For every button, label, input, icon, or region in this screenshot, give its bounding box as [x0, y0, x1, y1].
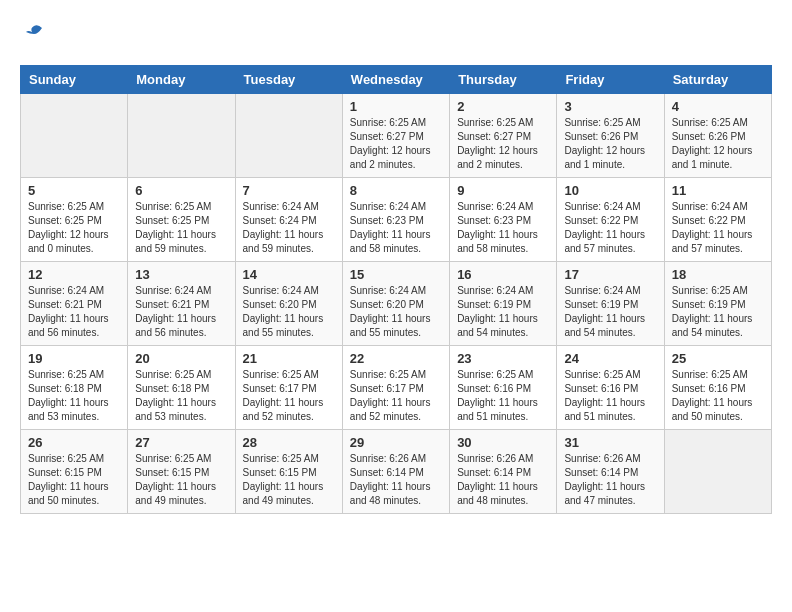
- day-number: 9: [457, 183, 549, 198]
- day-info: Sunrise: 6:25 AMSunset: 6:16 PMDaylight:…: [672, 368, 764, 424]
- calendar-cell: 13Sunrise: 6:24 AMSunset: 6:21 PMDayligh…: [128, 262, 235, 346]
- day-header-wednesday: Wednesday: [342, 66, 449, 94]
- day-number: 13: [135, 267, 227, 282]
- calendar-cell: 19Sunrise: 6:25 AMSunset: 6:18 PMDayligh…: [21, 346, 128, 430]
- day-number: 7: [243, 183, 335, 198]
- day-number: 11: [672, 183, 764, 198]
- day-info: Sunrise: 6:25 AMSunset: 6:25 PMDaylight:…: [28, 200, 120, 256]
- day-info: Sunrise: 6:24 AMSunset: 6:20 PMDaylight:…: [350, 284, 442, 340]
- day-info: Sunrise: 6:24 AMSunset: 6:19 PMDaylight:…: [457, 284, 549, 340]
- day-header-saturday: Saturday: [664, 66, 771, 94]
- day-number: 19: [28, 351, 120, 366]
- calendar-cell: 26Sunrise: 6:25 AMSunset: 6:15 PMDayligh…: [21, 430, 128, 514]
- calendar-cell: 15Sunrise: 6:24 AMSunset: 6:20 PMDayligh…: [342, 262, 449, 346]
- calendar-cell: 1Sunrise: 6:25 AMSunset: 6:27 PMDaylight…: [342, 94, 449, 178]
- calendar-cell: 11Sunrise: 6:24 AMSunset: 6:22 PMDayligh…: [664, 178, 771, 262]
- day-number: 2: [457, 99, 549, 114]
- calendar-cell: 8Sunrise: 6:24 AMSunset: 6:23 PMDaylight…: [342, 178, 449, 262]
- logo: [20, 20, 46, 49]
- day-header-friday: Friday: [557, 66, 664, 94]
- day-info: Sunrise: 6:25 AMSunset: 6:25 PMDaylight:…: [135, 200, 227, 256]
- calendar-cell: 7Sunrise: 6:24 AMSunset: 6:24 PMDaylight…: [235, 178, 342, 262]
- day-number: 18: [672, 267, 764, 282]
- calendar-cell: 21Sunrise: 6:25 AMSunset: 6:17 PMDayligh…: [235, 346, 342, 430]
- day-number: 5: [28, 183, 120, 198]
- calendar-week-5: 26Sunrise: 6:25 AMSunset: 6:15 PMDayligh…: [21, 430, 772, 514]
- day-number: 27: [135, 435, 227, 450]
- day-number: 26: [28, 435, 120, 450]
- day-info: Sunrise: 6:26 AMSunset: 6:14 PMDaylight:…: [564, 452, 656, 508]
- day-info: Sunrise: 6:24 AMSunset: 6:23 PMDaylight:…: [457, 200, 549, 256]
- calendar-cell: 16Sunrise: 6:24 AMSunset: 6:19 PMDayligh…: [450, 262, 557, 346]
- calendar-cell: 28Sunrise: 6:25 AMSunset: 6:15 PMDayligh…: [235, 430, 342, 514]
- calendar-week-1: 1Sunrise: 6:25 AMSunset: 6:27 PMDaylight…: [21, 94, 772, 178]
- day-info: Sunrise: 6:25 AMSunset: 6:16 PMDaylight:…: [457, 368, 549, 424]
- day-number: 16: [457, 267, 549, 282]
- day-number: 28: [243, 435, 335, 450]
- day-info: Sunrise: 6:25 AMSunset: 6:27 PMDaylight:…: [350, 116, 442, 172]
- calendar-cell: 27Sunrise: 6:25 AMSunset: 6:15 PMDayligh…: [128, 430, 235, 514]
- calendar-cell: 29Sunrise: 6:26 AMSunset: 6:14 PMDayligh…: [342, 430, 449, 514]
- calendar-cell: 4Sunrise: 6:25 AMSunset: 6:26 PMDaylight…: [664, 94, 771, 178]
- day-number: 1: [350, 99, 442, 114]
- calendar-cell: 30Sunrise: 6:26 AMSunset: 6:14 PMDayligh…: [450, 430, 557, 514]
- day-info: Sunrise: 6:25 AMSunset: 6:26 PMDaylight:…: [672, 116, 764, 172]
- calendar-cell: 25Sunrise: 6:25 AMSunset: 6:16 PMDayligh…: [664, 346, 771, 430]
- day-number: 8: [350, 183, 442, 198]
- day-number: 10: [564, 183, 656, 198]
- day-header-tuesday: Tuesday: [235, 66, 342, 94]
- day-info: Sunrise: 6:25 AMSunset: 6:17 PMDaylight:…: [350, 368, 442, 424]
- calendar-cell: 3Sunrise: 6:25 AMSunset: 6:26 PMDaylight…: [557, 94, 664, 178]
- day-header-sunday: Sunday: [21, 66, 128, 94]
- day-info: Sunrise: 6:25 AMSunset: 6:26 PMDaylight:…: [564, 116, 656, 172]
- day-info: Sunrise: 6:24 AMSunset: 6:22 PMDaylight:…: [672, 200, 764, 256]
- day-header-monday: Monday: [128, 66, 235, 94]
- day-info: Sunrise: 6:24 AMSunset: 6:23 PMDaylight:…: [350, 200, 442, 256]
- calendar-cell: 23Sunrise: 6:25 AMSunset: 6:16 PMDayligh…: [450, 346, 557, 430]
- day-info: Sunrise: 6:24 AMSunset: 6:24 PMDaylight:…: [243, 200, 335, 256]
- page-header: [20, 20, 772, 49]
- calendar-week-4: 19Sunrise: 6:25 AMSunset: 6:18 PMDayligh…: [21, 346, 772, 430]
- day-number: 3: [564, 99, 656, 114]
- day-info: Sunrise: 6:24 AMSunset: 6:21 PMDaylight:…: [135, 284, 227, 340]
- day-number: 15: [350, 267, 442, 282]
- calendar-cell: 10Sunrise: 6:24 AMSunset: 6:22 PMDayligh…: [557, 178, 664, 262]
- day-number: 23: [457, 351, 549, 366]
- day-number: 21: [243, 351, 335, 366]
- calendar-week-3: 12Sunrise: 6:24 AMSunset: 6:21 PMDayligh…: [21, 262, 772, 346]
- day-info: Sunrise: 6:25 AMSunset: 6:19 PMDaylight:…: [672, 284, 764, 340]
- day-info: Sunrise: 6:25 AMSunset: 6:18 PMDaylight:…: [28, 368, 120, 424]
- calendar-cell: 6Sunrise: 6:25 AMSunset: 6:25 PMDaylight…: [128, 178, 235, 262]
- day-info: Sunrise: 6:26 AMSunset: 6:14 PMDaylight:…: [350, 452, 442, 508]
- day-number: 30: [457, 435, 549, 450]
- day-info: Sunrise: 6:25 AMSunset: 6:15 PMDaylight:…: [28, 452, 120, 508]
- day-info: Sunrise: 6:25 AMSunset: 6:15 PMDaylight:…: [243, 452, 335, 508]
- day-number: 25: [672, 351, 764, 366]
- day-info: Sunrise: 6:24 AMSunset: 6:21 PMDaylight:…: [28, 284, 120, 340]
- day-number: 6: [135, 183, 227, 198]
- calendar-cell: [664, 430, 771, 514]
- day-info: Sunrise: 6:24 AMSunset: 6:20 PMDaylight:…: [243, 284, 335, 340]
- calendar-week-2: 5Sunrise: 6:25 AMSunset: 6:25 PMDaylight…: [21, 178, 772, 262]
- day-number: 4: [672, 99, 764, 114]
- day-info: Sunrise: 6:25 AMSunset: 6:16 PMDaylight:…: [564, 368, 656, 424]
- day-number: 20: [135, 351, 227, 366]
- day-number: 12: [28, 267, 120, 282]
- calendar-cell: 31Sunrise: 6:26 AMSunset: 6:14 PMDayligh…: [557, 430, 664, 514]
- calendar-cell: 14Sunrise: 6:24 AMSunset: 6:20 PMDayligh…: [235, 262, 342, 346]
- calendar-cell: [21, 94, 128, 178]
- calendar-cell: 22Sunrise: 6:25 AMSunset: 6:17 PMDayligh…: [342, 346, 449, 430]
- calendar-cell: 9Sunrise: 6:24 AMSunset: 6:23 PMDaylight…: [450, 178, 557, 262]
- day-info: Sunrise: 6:24 AMSunset: 6:22 PMDaylight:…: [564, 200, 656, 256]
- day-number: 17: [564, 267, 656, 282]
- calendar-cell: 5Sunrise: 6:25 AMSunset: 6:25 PMDaylight…: [21, 178, 128, 262]
- logo-bird-icon: [22, 20, 46, 44]
- calendar-header-row: SundayMondayTuesdayWednesdayThursdayFrid…: [21, 66, 772, 94]
- day-info: Sunrise: 6:25 AMSunset: 6:27 PMDaylight:…: [457, 116, 549, 172]
- calendar-cell: 12Sunrise: 6:24 AMSunset: 6:21 PMDayligh…: [21, 262, 128, 346]
- calendar-cell: [235, 94, 342, 178]
- calendar-table: SundayMondayTuesdayWednesdayThursdayFrid…: [20, 65, 772, 514]
- day-info: Sunrise: 6:25 AMSunset: 6:17 PMDaylight:…: [243, 368, 335, 424]
- calendar-cell: 24Sunrise: 6:25 AMSunset: 6:16 PMDayligh…: [557, 346, 664, 430]
- day-number: 29: [350, 435, 442, 450]
